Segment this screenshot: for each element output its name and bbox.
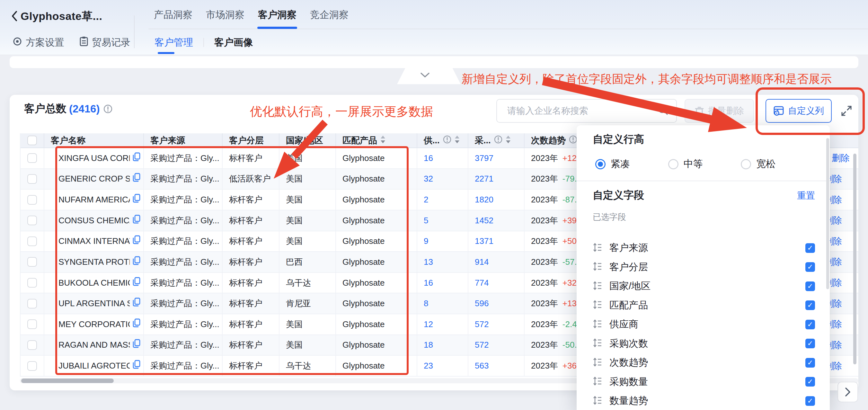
customer-name-cell[interactable]: JUBAILI AGROTEC LI (44, 356, 144, 376)
field-checkbox[interactable]: ✓ (805, 243, 815, 253)
drag-handle-icon[interactable] (593, 242, 602, 254)
vertical-scrollbar-thumb[interactable] (853, 154, 857, 364)
customer-name-cell[interactable]: UPL ARGENTINA S. (44, 293, 144, 314)
column-header-1[interactable]: 客户名称 (44, 133, 144, 147)
delete-link[interactable]: 删除 (830, 339, 842, 351)
customer-name-cell[interactable]: MEY CORPORATION (44, 314, 144, 334)
drag-handle-icon[interactable] (593, 300, 602, 311)
row-checkbox[interactable] (27, 257, 37, 267)
column-header-6[interactable]: 供... (417, 133, 468, 147)
customer-name-cell[interactable]: RAGAN AND MASSE (44, 335, 144, 355)
chevron-down-icon[interactable] (420, 72, 430, 79)
row-checkbox[interactable] (27, 195, 37, 205)
info-icon[interactable] (569, 135, 577, 146)
copy-icon[interactable] (132, 173, 141, 185)
subtab-2[interactable]: 客户画像 (213, 31, 254, 54)
delete-link[interactable]: 删除 (830, 235, 842, 247)
nav-tab-2[interactable]: 市场洞察 (205, 0, 245, 30)
row-height-option-3[interactable]: 宽松 (741, 157, 814, 171)
drag-handle-icon[interactable] (593, 262, 602, 272)
copy-icon[interactable] (132, 194, 141, 206)
delete-link[interactable]: 删除 (830, 277, 842, 289)
sort-icon[interactable] (455, 135, 460, 146)
copy-icon[interactable] (132, 235, 141, 247)
field-checkbox[interactable]: ✓ (805, 262, 815, 272)
copy-icon[interactable] (132, 360, 141, 372)
sort-icon[interactable] (506, 135, 511, 146)
batch-delete-button[interactable]: 批量删除 (685, 99, 754, 123)
column-header-7[interactable]: 采... (468, 133, 525, 147)
horizontal-scrollbar-thumb[interactable] (21, 379, 114, 383)
radio-unselected[interactable] (741, 159, 751, 169)
delete-link[interactable]: 删除 (830, 173, 842, 185)
drag-handle-icon[interactable] (593, 319, 602, 330)
copy-icon[interactable] (132, 318, 141, 330)
nav-tab-1[interactable]: 产品洞察 (153, 0, 193, 30)
toolbar-item-1[interactable]: 方案设置 (12, 36, 64, 49)
delete-link[interactable]: 删除 (830, 360, 842, 372)
back-icon[interactable] (11, 10, 19, 23)
row-checkbox[interactable] (27, 319, 37, 329)
drag-handle-icon[interactable] (593, 396, 602, 407)
delete-link[interactable]: 删除 (830, 318, 842, 330)
row-checkbox[interactable] (27, 215, 37, 225)
column-header-4[interactable]: 国家/地区 (279, 133, 336, 147)
drag-handle-icon[interactable] (593, 376, 602, 387)
panel-scrollbar-thumb[interactable] (826, 138, 829, 289)
copy-icon[interactable] (132, 256, 141, 268)
field-checkbox[interactable]: ✓ (805, 339, 815, 348)
row-checkbox[interactable] (27, 340, 37, 350)
subtab-1[interactable]: 客户管理 (153, 31, 194, 54)
customer-name-cell[interactable]: SYNGENTA PROTEC (44, 252, 144, 272)
select-all-checkbox[interactable] (27, 136, 37, 145)
row-height-option-2[interactable]: 中等 (668, 157, 741, 171)
row-checkbox[interactable] (27, 278, 37, 288)
column-header-3[interactable]: 客户分层 (223, 133, 279, 147)
radio-unselected[interactable] (668, 159, 679, 169)
fullscreen-icon[interactable] (839, 104, 854, 118)
copy-icon[interactable] (132, 277, 141, 289)
delete-link[interactable]: 删除 (830, 297, 842, 310)
drag-handle-icon[interactable] (593, 338, 602, 349)
row-height-option-1[interactable]: 紧凑 (595, 157, 668, 171)
row-checkbox[interactable] (27, 153, 37, 163)
customer-name-cell[interactable]: CONSUS CHEMICAL (44, 210, 144, 231)
sort-icon[interactable] (380, 135, 385, 146)
column-header-2[interactable]: 客户来源 (144, 133, 223, 147)
nav-tab-3[interactable]: 客户洞察 (257, 0, 297, 30)
reset-link[interactable]: 重置 (797, 189, 815, 202)
delete-link[interactable]: 删除 (832, 152, 850, 164)
customer-name-cell[interactable]: BUKOOLA CHEMICA (44, 273, 144, 293)
field-checkbox[interactable]: ✓ (805, 358, 815, 368)
delete-link[interactable]: 删除 (830, 214, 842, 227)
info-icon[interactable] (103, 105, 113, 113)
search-icon[interactable] (658, 105, 669, 117)
toolbar-item-2[interactable]: 贸易记录 (79, 36, 130, 49)
row-checkbox[interactable] (27, 236, 37, 246)
customer-name-cell[interactable]: GENERIC CROP SCI (44, 169, 144, 189)
customize-columns-button[interactable]: 自定义列 (766, 99, 832, 123)
customer-name-cell[interactable]: CINMAX INTERNATIO (44, 231, 144, 252)
field-checkbox[interactable]: ✓ (805, 300, 815, 310)
info-icon[interactable] (443, 135, 451, 146)
row-checkbox[interactable] (27, 299, 37, 309)
delete-link[interactable]: 删除 (830, 194, 842, 206)
field-checkbox[interactable]: ✓ (805, 377, 815, 386)
drag-handle-icon[interactable] (593, 281, 602, 292)
row-checkbox[interactable] (27, 174, 37, 184)
copy-icon[interactable] (132, 152, 141, 164)
field-checkbox[interactable]: ✓ (805, 282, 815, 291)
radio-selected[interactable] (595, 159, 606, 169)
delete-link[interactable]: 删除 (830, 256, 842, 268)
customer-name-cell[interactable]: NUFARM AMERICAS, (44, 189, 144, 210)
nav-tab-4[interactable]: 竞企洞察 (309, 0, 349, 30)
copy-icon[interactable] (132, 297, 141, 310)
search-input[interactable] (506, 106, 658, 116)
row-checkbox[interactable] (27, 361, 37, 371)
info-icon[interactable] (494, 135, 502, 146)
customer-name-cell[interactable]: XINGFA USA CORPO (44, 148, 144, 168)
field-checkbox[interactable]: ✓ (805, 396, 815, 406)
next-page-button[interactable] (837, 382, 858, 402)
field-checkbox[interactable]: ✓ (805, 320, 815, 329)
copy-icon[interactable] (132, 215, 141, 227)
